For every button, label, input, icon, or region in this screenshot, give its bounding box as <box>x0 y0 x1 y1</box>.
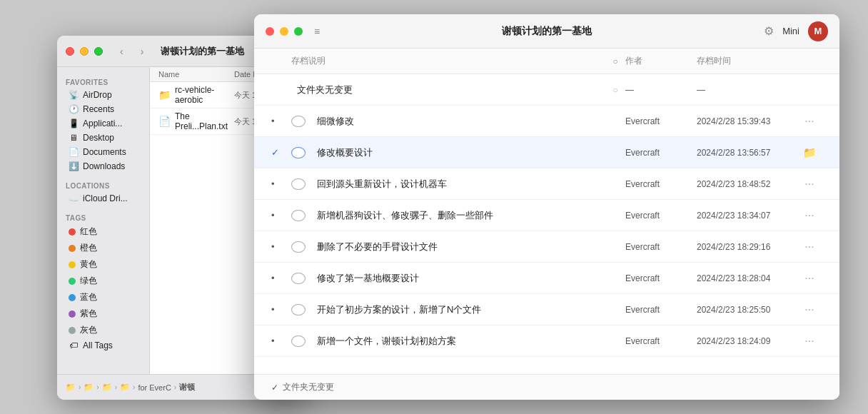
row-folder-icon[interactable]: 📁 <box>797 146 822 159</box>
sidebar-item-tag-gray[interactable]: 灰色 <box>60 322 146 338</box>
sidebar-item-label: 橙色 <box>80 242 97 254</box>
breadcrumb-text-shedon[interactable]: 谢顿 <box>179 382 195 393</box>
menu-icon[interactable]: ≡ <box>314 26 320 37</box>
sidebar-item-label: AirDrop <box>83 90 112 100</box>
row-check: • <box>271 273 286 283</box>
table-row[interactable]: • 新增一个文件，谢顿计划初始方案 Evercraft 2024/2/23 18… <box>254 325 839 357</box>
timeline-dot <box>291 147 306 158</box>
ec-minimize-button[interactable] <box>280 27 288 36</box>
table-row[interactable]: ✓ 修改概要设计 Evercraft 2024/2/28 13:56:57 📁 <box>254 137 839 168</box>
avatar-letter: M <box>814 26 822 36</box>
close-button[interactable] <box>66 47 74 56</box>
row-author: Evercraft <box>625 148 697 158</box>
txt-file-icon: 📄 <box>158 116 171 127</box>
row-author: Evercraft <box>625 273 697 283</box>
status-text: 文件夹无变更 <box>283 381 334 393</box>
row-action[interactable]: ··· <box>797 241 822 253</box>
applications-icon: 📱 <box>69 118 79 128</box>
ec-statusbar: ✓ 文件夹无变更 <box>254 374 839 400</box>
sidebar-item-tag-red[interactable]: 红色 <box>60 223 146 240</box>
breadcrumb-text-forevecc[interactable]: for EverC <box>138 383 171 392</box>
timeline-dot <box>291 116 306 127</box>
row-author: Evercraft <box>625 116 697 126</box>
row-time: 2024/2/28 13:56:57 <box>697 148 797 158</box>
row-action[interactable]: ··· <box>797 272 822 285</box>
sidebar-item-desktop[interactable]: 🖥 Desktop <box>60 131 146 145</box>
row-time: 2024/2/23 18:34:07 <box>697 211 797 221</box>
timeline-dot <box>291 178 306 190</box>
folder-icon: 📁 <box>158 89 171 101</box>
sidebar-item-all-tags[interactable]: 🏷 All Tags <box>60 338 146 353</box>
row-action[interactable]: ··· <box>797 335 822 348</box>
th-desc: 存档说明 <box>291 55 605 67</box>
sidebar-item-tag-orange[interactable]: 橙色 <box>60 240 146 256</box>
row-desc: 文件夹无变更 <box>297 84 605 96</box>
sidebar-item-label: 紫色 <box>80 308 97 320</box>
breadcrumb-icon-3: 📁 <box>102 383 112 392</box>
sidebar-item-label: 红色 <box>80 226 97 238</box>
row-check: ✓ <box>271 147 286 158</box>
timeline-dot <box>291 241 306 253</box>
ec-close-button[interactable] <box>266 27 274 36</box>
avatar[interactable]: M <box>808 21 828 41</box>
sidebar-item-documents[interactable]: 📄 Documents <box>60 145 146 159</box>
sidebar-item-downloads[interactable]: ⬇️ Downloads <box>60 159 146 173</box>
blue-tag-icon <box>69 294 76 301</box>
table-row[interactable]: • 开始了初步方案的设计，新增了N个文件 Evercraft 2024/2/23… <box>254 294 839 325</box>
row-desc: 回到源头重新设计，设计机器车 <box>317 178 605 191</box>
row-time: 2024/2/23 18:28:04 <box>697 273 797 283</box>
th-author: 作者 <box>625 55 697 67</box>
sidebar-item-tag-green[interactable]: 绿色 <box>60 273 146 289</box>
row-action[interactable]: ··· <box>797 209 822 222</box>
table-row[interactable]: • 回到源头重新设计，设计机器车 Evercraft 2024/2/23 18:… <box>254 168 839 200</box>
row-check: • <box>271 178 286 189</box>
sidebar-item-tag-yellow[interactable]: 黄色 <box>60 256 146 273</box>
row-author: Evercraft <box>625 211 697 221</box>
sidebar-item-label: All Tags <box>83 340 113 350</box>
yellow-tag-icon <box>69 261 76 268</box>
ec-version-table: 存档说明 ○ 作者 存档时间 文件夹无变更 ○ — — • 细微修改 Everc… <box>254 49 839 374</box>
sidebar-item-tag-blue[interactable]: 蓝色 <box>60 289 146 306</box>
th-circle: ○ <box>605 56 625 66</box>
finder-sidebar: Favorites 📡 AirDrop 🕐 Recents 📱 Applicat… <box>57 67 150 374</box>
th-time: 存档时间 <box>697 55 797 67</box>
row-desc: 细微修改 <box>317 115 605 128</box>
maximize-button[interactable] <box>94 47 103 56</box>
row-action[interactable]: ··· <box>797 178 822 191</box>
ec-titlebar: ≡ 谢顿计划的第一基地 ⚙ Mini M <box>254 14 839 49</box>
row-time: 2024/2/23 18:48:52 <box>697 179 797 189</box>
sidebar-item-tag-purple[interactable]: 紫色 <box>60 306 146 322</box>
minimize-button[interactable] <box>80 47 89 56</box>
row-check: • <box>271 304 286 315</box>
sidebar-item-label: 绿色 <box>80 275 97 287</box>
row-action[interactable]: ··· <box>797 303 822 316</box>
file-name: The Preli...Plan.txt <box>175 111 234 131</box>
table-row[interactable]: • 修改了第一基地概要设计 Evercraft 2024/2/23 18:28:… <box>254 263 839 294</box>
row-action[interactable]: ··· <box>797 115 822 128</box>
row-time: 2024/2/23 18:24:09 <box>697 336 797 346</box>
sidebar-item-icloud[interactable]: ☁️ iCloud Dri... <box>60 191 146 206</box>
row-author: — <box>625 85 697 95</box>
desktop-icon: 🖥 <box>69 133 79 143</box>
orange-tag-icon <box>69 245 76 252</box>
sidebar-item-airdrop[interactable]: 📡 AirDrop <box>60 88 146 102</box>
evercraft-window: ≡ 谢顿计划的第一基地 ⚙ Mini M 存档说明 ○ 作者 存档时间 文件夹无… <box>254 14 839 400</box>
table-row[interactable]: • 新增机器狗设计、修改骡子、删除一些部件 Evercraft 2024/2/2… <box>254 200 839 231</box>
sidebar-item-label: Desktop <box>83 133 114 143</box>
row-desc: 新增机器狗设计、修改骡子、删除一些部件 <box>317 209 605 222</box>
table-row[interactable]: 文件夹无变更 ○ — — <box>254 74 839 106</box>
table-row[interactable]: • 细微修改 Evercraft 2024/2/28 15:39:43 ··· <box>254 106 839 137</box>
row-desc: 修改了第一基地概要设计 <box>317 272 605 285</box>
row-author: Evercraft <box>625 179 697 189</box>
sidebar-item-applications[interactable]: 📱 Applicati... <box>60 116 146 131</box>
ec-right-controls: ⚙ Mini M <box>764 21 828 41</box>
sidebar-item-label: 蓝色 <box>80 291 97 303</box>
recents-icon: 🕐 <box>69 104 79 114</box>
row-desc: 开始了初步方案的设计，新增了N个文件 <box>317 303 605 316</box>
col-name-header: Name <box>158 70 234 79</box>
table-row[interactable]: • 删除了不必要的手臂设计文件 Evercraft 2024/2/23 18:2… <box>254 231 839 263</box>
row-check: • <box>271 210 286 221</box>
sidebar-item-recents[interactable]: 🕐 Recents <box>60 102 146 116</box>
ec-maximize-button[interactable] <box>294 27 303 36</box>
gear-icon[interactable]: ⚙ <box>764 24 774 38</box>
